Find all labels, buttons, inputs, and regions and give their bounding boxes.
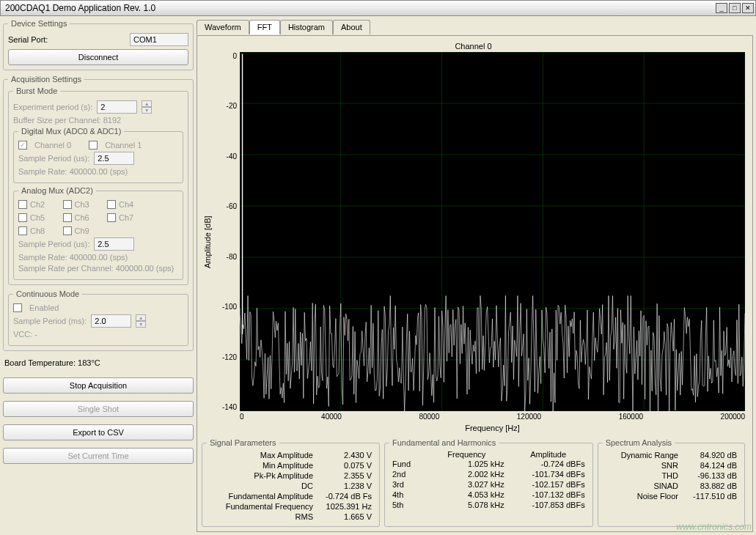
channel-0-checkbox[interactable]: ✓: [18, 141, 27, 150]
minimize-button[interactable]: _: [716, 3, 727, 13]
ch5-label: Ch5: [30, 213, 45, 222]
tab-strip: Waveform FFT Histogram About: [197, 19, 753, 34]
digital-mux-legend: Digital Mux (ADC0 & ADC1): [18, 127, 124, 136]
param-value: 0.075 V: [313, 461, 372, 470]
ytick: -100: [213, 303, 237, 311]
ch2-label: Ch2: [30, 200, 45, 209]
ytick: -120: [213, 353, 237, 361]
ch9-checkbox[interactable]: [63, 226, 72, 235]
spec-key: Noise Floor: [606, 492, 678, 501]
buffer-size-label: Buffer Size per Channel: 8192: [13, 116, 121, 125]
chart-title: Channel 0: [202, 40, 745, 52]
xtick: 0: [240, 413, 244, 421]
param-key: DC: [210, 482, 313, 490]
harmonics-freq-header: Frequency: [422, 450, 512, 459]
tab-fft[interactable]: FFT: [249, 20, 280, 34]
spec-key: SINAD: [606, 482, 678, 490]
experiment-period-spinner[interactable]: ▲▼: [142, 100, 152, 114]
harmonics-legend: Fundamental and Harmonics: [389, 438, 499, 447]
ytick: 0: [213, 52, 237, 60]
stop-acquisition-button[interactable]: Stop Acquisition: [3, 377, 194, 394]
xtick: 40000: [321, 413, 342, 421]
spec-key: THD: [606, 471, 678, 480]
continuous-enabled-checkbox[interactable]: [13, 303, 22, 312]
ch7-checkbox[interactable]: [107, 213, 116, 222]
single-shot-button[interactable]: Single Shot: [3, 401, 194, 417]
ch7-label: Ch7: [119, 213, 133, 222]
spec-value: 84.920 dB: [678, 451, 737, 460]
continuous-mode-legend: Continuous Mode: [13, 289, 82, 298]
left-panel: Device Settings Serial Port: Disconnect …: [3, 19, 194, 532]
ch4-checkbox[interactable]: [107, 200, 116, 209]
ch5-checkbox[interactable]: [18, 213, 27, 222]
continuous-enabled-label: Enabled: [29, 303, 59, 312]
harm-amp: -102.157 dBFs: [512, 480, 585, 489]
harm-name: Fund: [392, 460, 422, 468]
ch6-checkbox[interactable]: [63, 213, 72, 222]
y-ticks: 0 -20 -40 -60 -80 -100 -120 -140: [213, 52, 240, 411]
ch2-checkbox[interactable]: [18, 200, 27, 209]
ch8-label: Ch8: [30, 226, 45, 235]
experiment-period-field[interactable]: [97, 100, 137, 114]
serial-port-label: Serial Port:: [8, 35, 48, 44]
window-controls: _ □ ✕: [716, 3, 754, 13]
ytick: -40: [213, 152, 237, 160]
export-csv-button[interactable]: Export to CSV: [3, 424, 194, 440]
tab-histogram[interactable]: Histogram: [280, 20, 333, 34]
harm-freq: 5.078 kHz: [422, 501, 512, 509]
channel-1-checkbox[interactable]: [89, 141, 98, 150]
signal-parameters-group: Signal Parameters Max Amplitude2.430 VMi…: [202, 438, 380, 527]
device-settings-legend: Device Settings: [8, 19, 70, 28]
burst-mode-group: Burst Mode Experiment period (s): ▲▼ Buf…: [8, 86, 188, 285]
amux-sample-period-field[interactable]: [94, 237, 134, 251]
burst-mode-legend: Burst Mode: [13, 86, 60, 95]
param-key: Fundamental Frequency: [210, 502, 313, 511]
x-axis-label: Frequency [Hz]: [240, 421, 745, 432]
spec-key: Dynamic Range: [606, 451, 678, 460]
xtick: 160000: [619, 413, 643, 421]
harm-freq: 4.053 kHz: [422, 490, 512, 499]
amux-sample-rate-label: Sample Rate: 400000.00 (sps): [18, 253, 128, 262]
set-current-time-button[interactable]: Set Current Time: [3, 448, 194, 464]
analog-mux-legend: Analog Mux (ADC2): [18, 186, 96, 195]
ch3-checkbox[interactable]: [63, 200, 72, 209]
close-button[interactable]: ✕: [742, 3, 754, 13]
maximize-button[interactable]: □: [729, 3, 741, 13]
fft-plot: [240, 52, 745, 411]
param-value: 2.355 V: [313, 471, 372, 480]
amux-sample-rate-per-channel-label: Sample Rate per Channel: 400000.00 (sps): [18, 264, 174, 273]
param-key: RMS: [210, 512, 313, 521]
continuous-sample-period-spinner[interactable]: ▲▼: [136, 314, 146, 328]
harm-name: 4th: [392, 490, 422, 499]
serial-port-field[interactable]: [130, 33, 188, 46]
ch6-label: Ch6: [75, 213, 89, 222]
tab-about[interactable]: About: [333, 20, 370, 34]
ch3-label: Ch3: [75, 200, 89, 209]
xtick: 80000: [419, 413, 439, 421]
ch9-label: Ch9: [75, 226, 89, 235]
continuous-sample-period-field[interactable]: [91, 314, 131, 328]
spec-key: SNR: [606, 461, 678, 470]
param-value: 1.665 V: [313, 512, 372, 521]
harm-amp: -0.724 dBFs: [512, 460, 585, 468]
ch8-checkbox[interactable]: [18, 226, 27, 235]
ytick: -20: [213, 102, 237, 110]
param-key: Max Amplitude: [210, 451, 313, 460]
spectrum-analysis-legend: Spectrum Analysis: [603, 438, 675, 447]
dmux-sample-period-label: Sample Period (us):: [18, 154, 89, 163]
experiment-period-label: Experiment period (s):: [13, 103, 92, 111]
channel-0-label: Channel 0: [34, 141, 71, 150]
spec-value: -117.510 dB: [678, 492, 737, 501]
tab-waveform[interactable]: Waveform: [197, 20, 249, 34]
harm-name: 2nd: [392, 470, 422, 479]
spec-value: 84.124 dB: [678, 461, 737, 470]
acquisition-settings-legend: Acquisition Settings: [8, 75, 84, 84]
dmux-sample-period-field[interactable]: [94, 152, 134, 165]
disconnect-button[interactable]: Disconnect: [8, 49, 188, 65]
spec-value: -96.133 dB: [678, 471, 737, 480]
vcc-label: VCC: -: [13, 330, 37, 339]
harm-amp: -107.132 dBFs: [512, 490, 585, 499]
continuous-sample-period-label: Sample Period (ms):: [13, 317, 87, 325]
channel-1-label: Channel 1: [105, 141, 142, 150]
spectrum-analysis-group: Spectrum Analysis Dynamic Range84.920 dB…: [598, 438, 745, 527]
